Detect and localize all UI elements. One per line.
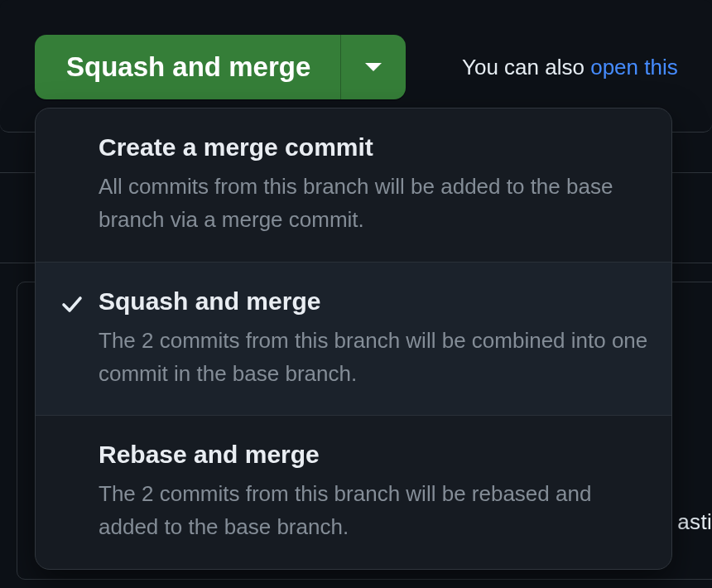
merge-strategy-dropdown-toggle[interactable]	[341, 35, 406, 99]
check-slot	[55, 133, 89, 237]
squash-and-merge-button[interactable]: Squash and merge	[35, 35, 341, 99]
merge-option-title: Create a merge commit	[99, 133, 648, 161]
caret-down-icon	[364, 61, 382, 73]
truncated-text-fragment: asti	[677, 509, 712, 535]
merge-option-title: Rebase and merge	[99, 441, 648, 469]
check-slot	[55, 441, 89, 544]
merge-strategy-dropdown: Create a merge commit All commits from t…	[35, 108, 672, 570]
merge-option-description: The 2 commits from this branch will be r…	[99, 477, 648, 544]
merge-button-label: Squash and merge	[66, 51, 310, 83]
hint-text: You can also open this	[462, 55, 678, 80]
open-this-link[interactable]: open this	[590, 55, 678, 80]
merge-option-rebase-and-merge[interactable]: Rebase and merge The 2 commits from this…	[36, 415, 671, 569]
check-icon	[60, 292, 84, 319]
hint-prefix: You can also	[462, 55, 590, 80]
merge-option-description: The 2 commits from this branch will be c…	[99, 324, 648, 391]
merge-button-group: Squash and merge	[35, 35, 406, 99]
merge-option-title: Squash and merge	[99, 287, 648, 316]
merge-option-squash-and-merge[interactable]: Squash and merge The 2 commits from this…	[36, 262, 671, 416]
merge-option-description: All commits from this branch will be add…	[99, 170, 648, 237]
merge-option-create-merge-commit[interactable]: Create a merge commit All commits from t…	[36, 108, 671, 262]
check-slot	[55, 287, 89, 391]
